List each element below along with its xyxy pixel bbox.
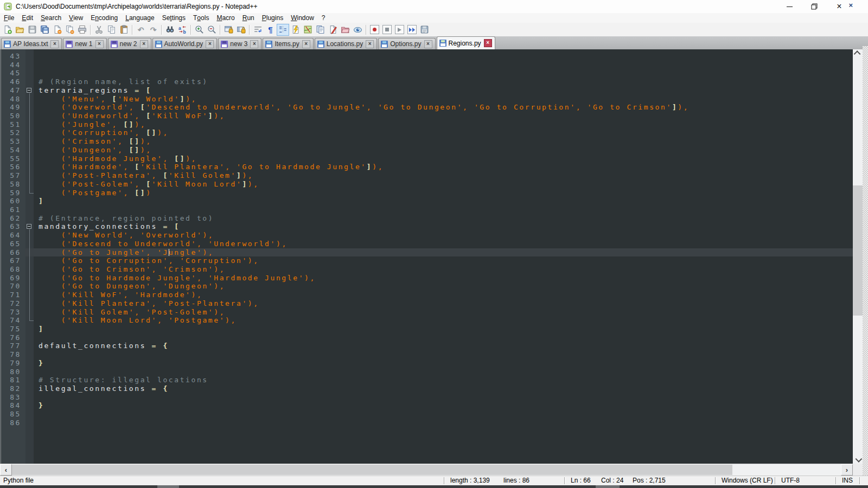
code-line[interactable]: 48 ('Menu', ['New World']), — [2, 95, 853, 104]
menu-item-encoding[interactable]: Encoding — [87, 13, 122, 23]
tab-new-3[interactable]: new 3× — [218, 38, 261, 49]
fold-marker[interactable] — [25, 291, 34, 299]
code-line[interactable]: 56 ('Hardmode', ['Kill Plantera', 'Go to… — [2, 163, 853, 171]
code-line[interactable]: 69 ('Go to Hardmode Jungle', 'Hardmode J… — [2, 274, 853, 282]
close-document-button[interactable]: × — [848, 0, 853, 10]
tab-close-icon[interactable]: × — [424, 40, 432, 48]
code-line[interactable]: 82illegal_connections = { — [2, 384, 853, 393]
close-all-button[interactable] — [63, 24, 76, 36]
code-line[interactable]: 61 — [2, 206, 853, 214]
code-line[interactable]: 78 — [2, 350, 853, 359]
code-line[interactable]: 79} — [2, 359, 853, 368]
code-line[interactable]: 75] — [2, 325, 853, 333]
code-line[interactable]: 73 ('Kill Golem', 'Post-Golem'), — [2, 308, 853, 317]
menu-item-language[interactable]: Language — [122, 13, 158, 23]
fold-marker[interactable] — [25, 112, 34, 120]
copy-button[interactable] — [105, 24, 118, 36]
code-line[interactable]: 46# (Region name, list of exits) — [2, 78, 853, 86]
minimize-button[interactable] — [777, 0, 802, 13]
macro-play-button[interactable] — [393, 24, 406, 36]
code-line[interactable]: 50 ('Underworld', ['Kill WoF']), — [2, 112, 853, 120]
menu-item-file[interactable]: File — [0, 13, 18, 23]
fold-marker[interactable] — [25, 189, 34, 197]
redo-button[interactable]: ↷ — [147, 24, 159, 36]
code-line[interactable]: 83 — [2, 393, 853, 402]
menu-item-run[interactable]: Run — [239, 13, 258, 23]
fold-marker[interactable] — [25, 316, 34, 325]
code-line[interactable]: 62# (Entrance, region pointed to) — [2, 214, 853, 223]
menu-item-search[interactable]: Search — [37, 13, 65, 23]
tab-regions-py[interactable]: Regions.py× — [437, 36, 495, 49]
tab-autoworld-py[interactable]: AutoWorld.py× — [152, 38, 218, 49]
fold-marker[interactable] — [25, 180, 34, 189]
menu-item-view[interactable]: View — [65, 13, 87, 23]
replace-button[interactable]: ab — [176, 24, 189, 36]
vertical-scrollbar[interactable] — [853, 49, 863, 464]
code-line[interactable]: 68 ('Go to Crimson', 'Crimson'), — [2, 265, 853, 274]
tab-new-2[interactable]: new 2× — [108, 38, 151, 49]
code-line[interactable]: 43 — [2, 52, 853, 61]
code-line[interactable]: 59 ('Postgame', []) — [2, 189, 853, 197]
tab-new-1[interactable]: new 1× — [63, 38, 106, 49]
show-all-characters-button[interactable]: ¶ — [264, 24, 277, 36]
show-indent-guide-button[interactable] — [277, 24, 289, 36]
code-line[interactable]: 52 ('Corruption', []), — [2, 129, 853, 137]
close-button[interactable]: × — [827, 0, 852, 13]
tab-locations-py[interactable]: Locations.py× — [315, 38, 377, 49]
menu-item-help[interactable]: ? — [318, 13, 329, 23]
code-line[interactable]: 53 ('Crimson', []), — [2, 137, 853, 146]
code-line[interactable]: 51 ('Jungle', []), — [2, 120, 853, 129]
scroll-down-button[interactable] — [853, 454, 863, 464]
fold-marker[interactable] — [25, 86, 34, 95]
word-wrap-button[interactable] — [252, 24, 264, 36]
open-file-button[interactable] — [14, 24, 26, 36]
macro-save-button[interactable] — [418, 24, 431, 36]
fold-marker[interactable] — [25, 299, 34, 308]
fold-marker[interactable] — [25, 155, 34, 163]
save-all-button[interactable] — [39, 24, 51, 36]
menu-item-settings[interactable]: Settings — [158, 13, 189, 23]
code-line[interactable]: 47terraria_regions = [ — [2, 86, 853, 95]
fold-marker[interactable] — [25, 146, 34, 155]
tab-close-icon[interactable]: × — [50, 40, 59, 48]
fold-marker[interactable] — [25, 308, 34, 317]
code-line[interactable]: 44 — [2, 61, 853, 69]
fold-marker[interactable] — [25, 274, 34, 282]
fold-marker[interactable] — [25, 222, 34, 231]
code-line[interactable]: 55 ('Hardmode Jungle', []), — [2, 155, 853, 163]
new-file-button[interactable] — [1, 24, 14, 36]
tab-close-icon[interactable]: × — [206, 40, 214, 48]
save-button[interactable] — [26, 24, 39, 36]
tab-close-icon[interactable]: × — [140, 40, 148, 48]
restore-button[interactable] — [802, 0, 827, 13]
code-line[interactable]: 81# Structure: illegal locations — [2, 376, 853, 384]
print-button[interactable] — [76, 24, 88, 36]
zoom-in-button[interactable] — [193, 24, 206, 36]
fold-marker[interactable] — [25, 163, 34, 171]
sync-horizontal-scroll-button[interactable] — [235, 24, 247, 36]
macro-record-button[interactable] — [368, 24, 381, 36]
code-line[interactable]: 49 ('Overworld', ['Descend to Underworld… — [2, 103, 853, 112]
define-language-button[interactable] — [327, 24, 339, 36]
fold-marker[interactable] — [25, 137, 34, 146]
code-line[interactable]: 77default_connections = { — [2, 342, 853, 350]
fold-marker[interactable] — [25, 103, 34, 112]
fold-marker[interactable] — [25, 256, 34, 265]
monitoring-button[interactable] — [352, 24, 364, 36]
folder-as-workspace-button[interactable] — [339, 24, 352, 36]
fold-marker[interactable] — [25, 265, 34, 274]
status-eol-format[interactable]: Windows (CR LF) — [722, 477, 773, 484]
macro-stop-button[interactable] — [381, 24, 393, 36]
horizontal-scrollbar[interactable]: ‹ › — [0, 464, 853, 476]
code-line[interactable]: 60] — [2, 197, 853, 206]
fold-marker[interactable] — [25, 171, 34, 180]
code-line[interactable]: 64 ('New World', 'Overworld'), — [2, 231, 853, 240]
code-line[interactable]: 72 ('Kill Plantera', 'Post-Plantera'), — [2, 299, 853, 308]
fold-marker[interactable] — [25, 95, 34, 104]
tab-close-icon[interactable]: × — [366, 40, 374, 48]
tab-ap-ideas-txt[interactable]: AP Ideas.txt× — [1, 38, 62, 49]
scroll-left-button[interactable]: ‹ — [0, 464, 12, 476]
zoom-out-button[interactable] — [206, 24, 218, 36]
tab-items-py[interactable]: Items.py× — [263, 38, 313, 49]
code-line[interactable]: 58 ('Post-Golem', ['Kill Moon Lord']), — [2, 180, 853, 189]
